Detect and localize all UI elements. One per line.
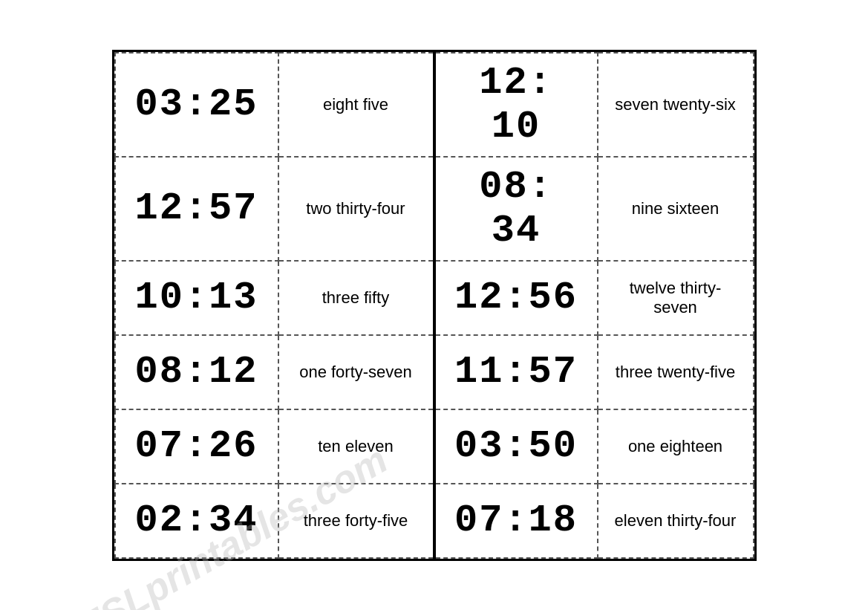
time-cell-left-1: 12:57	[115, 157, 278, 261]
word-cell-right-3: three twenty-five	[598, 335, 754, 409]
word-cell-right-0: seven twenty-six	[598, 53, 754, 157]
word-cell-left-0: eight five	[278, 53, 434, 157]
main-table-wrapper: 03:25 eight five 12: 10 seven twenty-six…	[112, 50, 757, 561]
table-row: 08:12 one forty-seven 11:57 three twenty…	[115, 335, 754, 409]
table-row: 10:13 three fifty 12:56 twelve thirty-se…	[115, 261, 754, 335]
time-table: 03:25 eight five 12: 10 seven twenty-six…	[114, 52, 754, 559]
word-cell-right-1: nine sixteen	[598, 157, 754, 261]
word-cell-left-4: ten eleven	[278, 409, 434, 484]
time-cell-right-1: 08: 34	[434, 157, 598, 261]
time-cell-right-4: 03:50	[434, 409, 598, 484]
word-cell-right-4: one eighteen	[598, 409, 754, 484]
table-row: 12:57 two thirty-four 08: 34 nine sixtee…	[115, 157, 754, 261]
time-cell-left-2: 10:13	[115, 261, 278, 335]
table-row: 03:25 eight five 12: 10 seven twenty-six	[115, 53, 754, 157]
time-cell-right-3: 11:57	[434, 335, 598, 409]
word-cell-left-5: three forty-five	[278, 484, 434, 558]
word-cell-right-2: twelve thirty-seven	[598, 261, 754, 335]
time-cell-right-5: 07:18	[434, 484, 598, 558]
table-row: 07:26 ten eleven 03:50 one eighteen	[115, 409, 754, 484]
word-cell-right-5: eleven thirty-four	[598, 484, 754, 558]
time-cell-right-0: 12: 10	[434, 53, 598, 157]
word-cell-left-1: two thirty-four	[278, 157, 434, 261]
time-cell-left-3: 08:12	[115, 335, 278, 409]
time-cell-left-0: 03:25	[115, 53, 278, 157]
table-row: 02:34 three forty-five 07:18 eleven thir…	[115, 484, 754, 558]
time-cell-right-2: 12:56	[434, 261, 598, 335]
time-cell-left-5: 02:34	[115, 484, 278, 558]
word-cell-left-3: one forty-seven	[278, 335, 434, 409]
time-cell-left-4: 07:26	[115, 409, 278, 484]
word-cell-left-2: three fifty	[278, 261, 434, 335]
